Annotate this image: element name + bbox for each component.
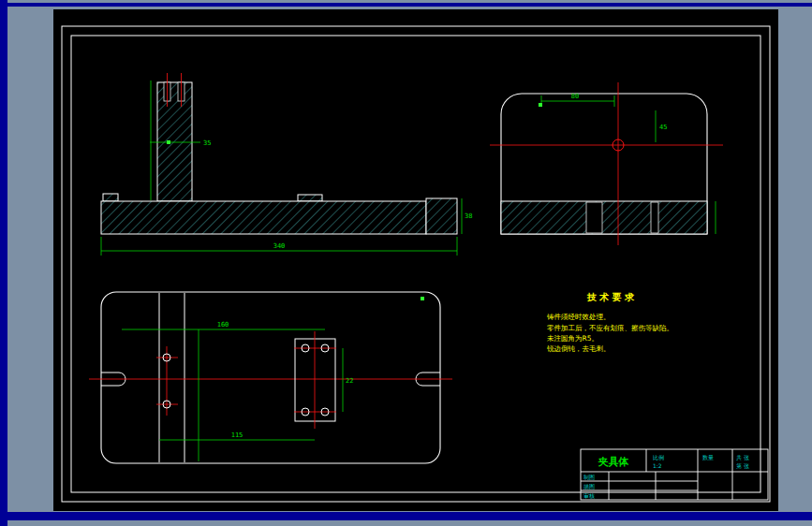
scale-label: 比例 [653, 454, 664, 461]
row-label-trace: 描图 [583, 483, 595, 490]
tech-requirement-line-3: 未注圆角为R5。 [547, 334, 598, 343]
tech-requirement-line-2: 零件加工后，不应有划痕、擦伤等缺陷。 [547, 324, 673, 332]
side-base-slot-right [651, 202, 658, 233]
grip-point-plan[interactable] [421, 297, 424, 300]
side-base-section [501, 201, 707, 234]
sheet-no: 第 张 [736, 462, 749, 470]
plan-length-label: 115 [231, 431, 244, 439]
window-border-bottom [0, 512, 812, 520]
sheet-total: 共 张 [736, 454, 749, 461]
front-height-label: 38 [465, 212, 472, 220]
front-base-plate-section [101, 201, 426, 234]
front-base-right-step [426, 198, 457, 234]
row-label-draw: 制图 [583, 474, 595, 481]
side-offset-label: 45 [659, 124, 667, 131]
side-base-slot-left [586, 202, 602, 233]
side-width-label: 80 [571, 93, 579, 100]
plan-view: 160 115 22 [89, 292, 452, 463]
window-border-top [0, 3, 812, 7]
plan-width-label: 160 [217, 321, 229, 329]
front-overall-label: 340 [273, 242, 286, 250]
front-column-section [157, 82, 192, 201]
side-view: 80 45 [490, 82, 723, 245]
plan-hole-pitch-label: 22 [346, 377, 353, 385]
grip-point-side[interactable] [539, 103, 542, 107]
scale-value: 1:2 [653, 462, 662, 469]
part-name: 夹具体 [598, 456, 629, 468]
grip-point-front[interactable] [167, 140, 170, 144]
row-label-check: 审核 [583, 492, 595, 499]
front-base-boss [298, 195, 322, 201]
plan-body-outline [101, 292, 440, 463]
tech-requirement-line-1: 铸件须经时效处理。 [546, 313, 611, 321]
tech-requirement-line-4: 锐边倒钝，去毛刺。 [546, 344, 611, 353]
tech-requirements-title: 技 术 要 求 [586, 292, 634, 302]
front-base-left-lip [103, 194, 118, 201]
front-column-width-label: 35 [203, 139, 211, 147]
window-border-left [0, 0, 7, 526]
qty-label: 数量 [702, 454, 714, 460]
cad-window: 35 340 38 80 45 [0, 0, 812, 526]
cad-drawing-canvas[interactable]: 35 340 38 80 45 [0, 0, 812, 526]
